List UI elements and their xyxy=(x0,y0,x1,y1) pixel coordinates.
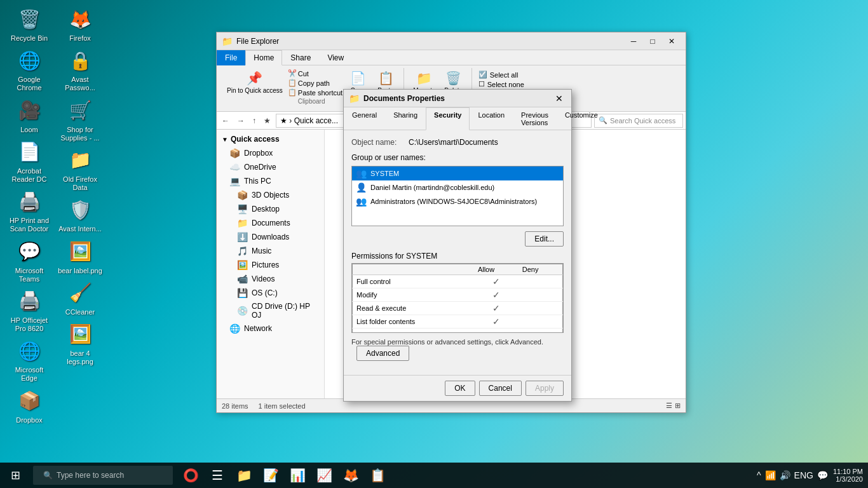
taskbar-word[interactable]: 📝 xyxy=(258,463,283,488)
user-item-administrators[interactable]: 👥 Administrators (WINDOWS-S4JOEC8\Admini… xyxy=(352,194,563,208)
desktop-icon-avast-internet[interactable]: 🛡️ Avast Intern... xyxy=(57,197,103,233)
sidebar: ▼ Quick access 📦 Dropbox ☁️ OneDrive 💻 T… xyxy=(217,130,325,398)
desktop-icon-bear-label[interactable]: 🖼️ bear label.png xyxy=(57,239,103,275)
maximize-button[interactable]: □ xyxy=(644,34,661,48)
old-firefox-icon: 📁 xyxy=(67,147,93,173)
user-item-system[interactable]: 👥 SYSTEM xyxy=(352,166,563,180)
documents-label: Documents xyxy=(252,219,290,227)
volume-icon[interactable]: 🔊 xyxy=(780,470,790,480)
desktop-icon-shop[interactable]: 🛒 Shop for Supplies - ... xyxy=(57,98,103,142)
minimize-button[interactable]: ─ xyxy=(625,34,642,48)
tab-previous-versions[interactable]: Previous Versions xyxy=(513,107,557,130)
paste-shortcut-button[interactable]: 📋 Paste shortcut xyxy=(288,88,342,97)
select-all-button[interactable]: ☑️ Select all xyxy=(478,71,537,79)
move-icon: 📁 xyxy=(416,71,432,86)
user-item-daniel[interactable]: 👤 Daniel Martin (martindn@cobleskill.edu… xyxy=(352,180,563,194)
up-button[interactable]: ↑ xyxy=(250,115,259,126)
close-button[interactable]: ✕ xyxy=(663,34,681,48)
desktop-icon-avast[interactable]: 🔒 Avast Passwo... xyxy=(57,48,103,92)
sidebar-item-cd-drive[interactable]: 💿 CD Drive (D:) HP OJ xyxy=(217,300,324,322)
desktop-icon-acrobat[interactable]: 📄 Acrobat Reader DC xyxy=(6,139,52,184)
desktop-icon-firefox[interactable]: 🦊 Firefox xyxy=(57,6,103,43)
select-none-button[interactable]: ☐ Select none xyxy=(478,80,537,88)
advanced-button[interactable]: Advanced xyxy=(356,346,409,361)
tab-share[interactable]: Share xyxy=(282,50,319,65)
taskbar-misc[interactable]: 📋 xyxy=(365,463,390,488)
clock[interactable]: 11:10 PM 1/3/2020 xyxy=(833,468,863,483)
quick-access-label: Quick access xyxy=(231,135,280,144)
sidebar-item-network[interactable]: 🌐 Network xyxy=(217,322,324,336)
sidebar-item-os-c[interactable]: 💾 OS (C:) xyxy=(217,286,324,300)
apply-button[interactable]: Apply xyxy=(526,381,564,396)
desktop-icon-chrome[interactable]: 🌐 Google Chrome xyxy=(6,48,52,92)
sidebar-item-documents[interactable]: 📁 Documents xyxy=(217,216,324,230)
start-button[interactable]: ⊞ xyxy=(0,463,31,488)
loom-icon: 🎥 xyxy=(17,98,42,123)
sidebar-item-this-pc[interactable]: 💻 This PC xyxy=(217,174,324,188)
list-view-icon[interactable]: ☰ xyxy=(666,402,672,410)
taskbar-firefox[interactable]: 🦊 xyxy=(338,463,363,488)
desktop-icon-bear4legs[interactable]: 🖼️ bear 4 legs.png xyxy=(57,322,103,366)
perm-read-execute-name: Read & execute xyxy=(353,302,474,315)
perm-row-list-folder: List folder contents ✓ xyxy=(353,315,563,329)
taskbar-cortana[interactable]: ⭕ xyxy=(178,463,203,488)
taskbar-powerpoint[interactable]: 📊 xyxy=(285,463,310,488)
search-box[interactable]: 🔍 Search Quick access xyxy=(594,114,683,128)
sidebar-item-videos[interactable]: 📹 Videos xyxy=(217,272,324,286)
tab-general[interactable]: General xyxy=(344,107,385,130)
desktop-icon-ccleaner[interactable]: 🧹 CCleaner xyxy=(57,280,103,316)
tab-file[interactable]: File xyxy=(217,50,245,65)
sidebar-item-3d-objects[interactable]: 📦 3D Objects xyxy=(217,188,324,202)
chevron-up-icon[interactable]: ^ xyxy=(757,470,761,480)
permissions-container[interactable]: Allow Deny Full control ✓ Modify ✓ xyxy=(351,263,564,333)
back-button[interactable]: ← xyxy=(219,115,232,126)
users-list[interactable]: 👥 SYSTEM 👤 Daniel Martin (martindn@coble… xyxy=(351,166,564,226)
taskbar-task-view[interactable]: ☰ xyxy=(205,463,230,488)
view-toggle-buttons: ☰ ⊞ xyxy=(666,402,681,410)
sidebar-item-downloads[interactable]: ⬇️ Downloads xyxy=(217,230,324,244)
taskbar-excel[interactable]: 📈 xyxy=(311,463,337,488)
bear-label-label: bear label.png xyxy=(58,267,102,275)
desktop-icon-dropbox[interactable]: 📦 Dropbox xyxy=(6,388,52,424)
quick-access-header[interactable]: ▼ Quick access xyxy=(217,132,324,146)
sidebar-item-pictures[interactable]: 🖼️ Pictures xyxy=(217,258,324,272)
cancel-button[interactable]: Cancel xyxy=(479,381,522,396)
desktop-icon-hp-officejet[interactable]: 🖨️ HP Officejet Pro 8620 xyxy=(6,288,52,333)
breadcrumb-text: ★ › Quick acce... xyxy=(280,116,338,125)
pin-to-quick-access-button[interactable]: 📌 Pin to Quick access xyxy=(224,69,285,95)
tab-sharing[interactable]: Sharing xyxy=(385,107,426,130)
cut-button[interactable]: ✂️ Cut xyxy=(288,69,342,78)
notification-icon[interactable]: 💬 xyxy=(817,470,828,480)
tab-security[interactable]: Security xyxy=(426,107,470,130)
desktop-icon-recycle-bin[interactable]: 🗑️ Recycle Bin xyxy=(6,6,52,43)
search-icon: 🔍 xyxy=(43,471,53,480)
downloads-label: Downloads xyxy=(252,233,289,241)
tab-customize[interactable]: Customize xyxy=(557,107,606,130)
tab-location[interactable]: Location xyxy=(470,107,513,130)
desktop-icon-hp-print[interactable]: 🖨️ HP Print and Scan Doctor xyxy=(6,189,52,233)
ok-button[interactable]: OK xyxy=(445,381,475,396)
sidebar-item-dropbox[interactable]: 📦 Dropbox xyxy=(217,146,324,160)
onedrive-label: OneDrive xyxy=(244,163,276,172)
admin-user-name: Administrators (WINDOWS-S4JOEC8\Administ… xyxy=(370,198,537,205)
tab-view[interactable]: View xyxy=(319,50,352,65)
forward-button[interactable]: → xyxy=(234,115,247,126)
group-label: Group or user names: xyxy=(351,153,564,162)
sidebar-item-onedrive[interactable]: ☁️ OneDrive xyxy=(217,160,324,174)
taskbar-file-explorer[interactable]: 📁 xyxy=(231,463,257,488)
perm-row-read: Read ✓ xyxy=(353,329,563,334)
desktop-icon-teams[interactable]: 💬 Microsoft Teams xyxy=(6,239,52,283)
date-display: 1/3/2020 xyxy=(833,475,863,483)
edit-button[interactable]: Edit... xyxy=(525,231,564,247)
desktop-icon-old-firefox[interactable]: 📁 Old Firefox Data xyxy=(57,147,103,192)
grid-view-icon[interactable]: ⊞ xyxy=(675,402,681,410)
tab-home[interactable]: Home xyxy=(245,50,282,65)
taskbar-search[interactable]: 🔍 Type here to search xyxy=(33,466,173,485)
dialog-close-button[interactable]: ✕ xyxy=(552,92,566,105)
sidebar-item-desktop[interactable]: 🖥️ Desktop xyxy=(217,202,324,216)
desktop-icon-loom[interactable]: 🎥 Loom xyxy=(6,98,52,134)
copy-path-button[interactable]: 📋 Copy path xyxy=(288,79,342,87)
desktop-icon-edge[interactable]: 🌐 Microsoft Edge xyxy=(6,338,52,383)
network-tray-icon[interactable]: 📶 xyxy=(765,470,776,480)
sidebar-item-music[interactable]: 🎵 Music xyxy=(217,244,324,258)
